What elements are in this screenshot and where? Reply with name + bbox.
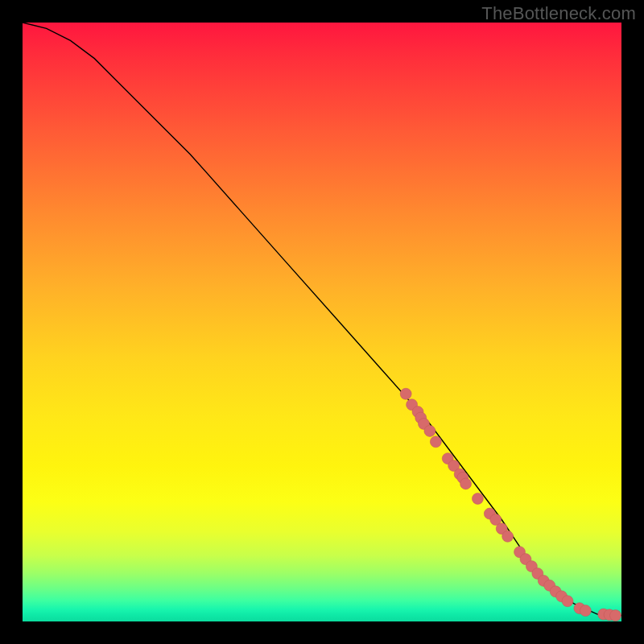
scatter-dot [472, 493, 483, 504]
scatter-dot [430, 436, 441, 448]
scatter-dot [580, 605, 591, 617]
attribution-text: TheBottleneck.com [481, 3, 636, 24]
curve-line [23, 23, 621, 616]
plot-overlay [23, 23, 621, 621]
chart-frame: TheBottleneck.com [0, 0, 644, 644]
scatter-dot [460, 478, 472, 489]
scatter-dot [400, 388, 411, 399]
scatter-dot [562, 596, 573, 607]
plot-area [23, 23, 621, 621]
scatter-group [400, 388, 621, 621]
scatter-dot [610, 610, 621, 621]
scatter-dot [502, 530, 514, 542]
scatter-dot [424, 425, 436, 436]
